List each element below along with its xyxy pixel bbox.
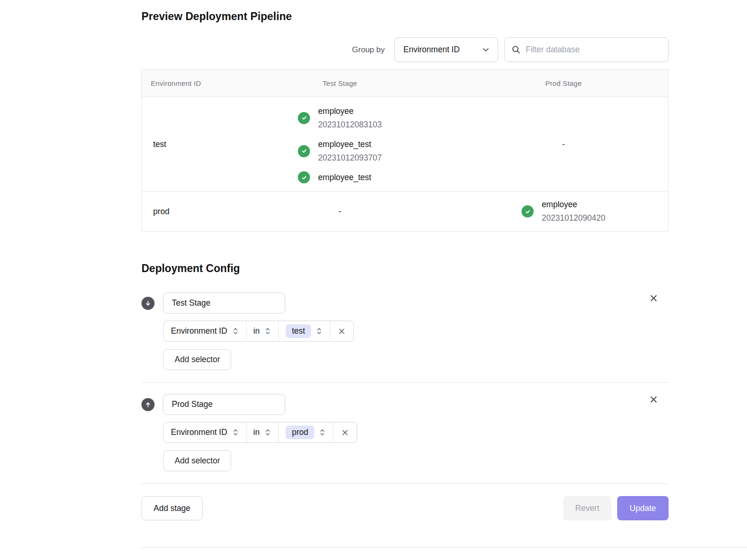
selector-value-pill: test [286, 324, 311, 338]
success-check-icon [521, 205, 534, 217]
selector-operator-value: in [254, 326, 260, 336]
stage-name-input[interactable] [163, 394, 285, 415]
remove-stage-button[interactable] [648, 394, 659, 405]
selector-rule: Environment ID in test [163, 321, 354, 342]
pipeline-table: Environment ID Test Stage Prod Stage tes… [141, 70, 669, 231]
selector-rule: Environment ID in prod [163, 422, 357, 443]
selector-field-value: Environment ID [171, 427, 227, 437]
prod-stage-cell: - [458, 140, 669, 149]
column-header-environment-id: Environment ID [142, 70, 222, 97]
sort-chevrons-icon [319, 428, 326, 437]
add-selector-button[interactable]: Add selector [163, 349, 231, 370]
selector-value-pill: prod [286, 426, 314, 439]
remove-stage-button[interactable] [648, 293, 659, 304]
group-by-label: Group by [352, 45, 385, 55]
table-row: prod - employee 20231012090420 [142, 191, 668, 231]
actions-row: Add stage Revert Update [141, 496, 669, 520]
schema-version: 20231012090420 [542, 211, 605, 225]
prod-stage-cell: employee 20231012090420 [458, 198, 669, 225]
sort-chevrons-icon [316, 327, 323, 336]
group-by-value: Environment ID [403, 45, 460, 55]
selector-value-select[interactable]: test [278, 321, 330, 341]
schema-version: 20231012083103 [318, 118, 381, 132]
revert-button[interactable]: Revert [564, 496, 611, 520]
divider [141, 382, 669, 383]
remove-selector-button[interactable] [330, 321, 353, 341]
group-by-select[interactable]: Environment ID [395, 37, 498, 62]
page: Preview Deployment Pipeline Group by Env… [0, 0, 747, 560]
stage-name-input[interactable] [163, 293, 285, 314]
test-stage-cell: employee 20231012083103 employee_test 20… [222, 105, 458, 184]
selector-operator-select[interactable]: in [246, 321, 279, 341]
deployment-item: employee_test [298, 171, 381, 184]
selector-operator-select[interactable]: in [246, 422, 279, 442]
sort-chevrons-icon [232, 327, 239, 336]
remove-selector-button[interactable] [333, 422, 357, 442]
column-header-prod-stage: Prod Stage [458, 70, 669, 97]
success-check-icon [298, 171, 310, 183]
empty-value: - [338, 207, 341, 217]
test-stage-cell: - [222, 207, 458, 217]
schema-version: 20231012093707 [318, 151, 381, 165]
deployment-item: employee_test 20231012093707 [298, 138, 381, 165]
empty-value: - [562, 140, 565, 149]
page-title: Preview Deployment Pipeline [141, 10, 669, 23]
success-check-icon [298, 112, 310, 124]
filter-database-input[interactable] [526, 45, 662, 55]
database-name: employee [542, 198, 605, 211]
filter-database-box [504, 37, 669, 62]
sort-chevrons-icon [232, 428, 239, 437]
arrow-up-circle-icon [141, 398, 155, 411]
deployment-config-title: Deployment Config [141, 262, 669, 275]
table-row: test employee 20231012083103 [142, 97, 668, 191]
search-icon [511, 45, 521, 55]
footer-divider [141, 547, 747, 548]
database-name: employee [318, 105, 381, 118]
database-name: employee_test [318, 138, 381, 151]
add-stage-button[interactable]: Add stage [141, 496, 203, 520]
divider [141, 483, 669, 484]
success-check-icon [298, 145, 310, 157]
selector-operator-value: in [254, 427, 260, 437]
environment-id-cell: prod [142, 207, 222, 217]
stage-config-prod: Environment ID in prod Add selector [141, 394, 669, 471]
deployment-item: employee 20231012083103 [298, 105, 381, 132]
selector-field-value: Environment ID [171, 326, 227, 336]
environment-id-cell: test [142, 140, 222, 149]
stage-config-test: Environment ID in test Add selector [141, 293, 669, 370]
deployment-item: employee 20231012090420 [521, 198, 605, 225]
chevron-down-icon [482, 46, 490, 54]
table-header: Environment ID Test Stage Prod Stage [142, 70, 668, 97]
selector-field-select[interactable]: Environment ID [164, 321, 246, 341]
selector-value-select[interactable]: prod [278, 422, 333, 442]
column-header-test-stage: Test Stage [222, 70, 458, 97]
sort-chevrons-icon [264, 327, 271, 336]
selector-field-select[interactable]: Environment ID [164, 422, 246, 442]
sort-chevrons-icon [264, 428, 271, 437]
arrow-down-circle-icon [141, 297, 155, 310]
toolbar: Group by Environment ID [141, 37, 669, 62]
add-selector-button[interactable]: Add selector [163, 450, 231, 471]
update-button[interactable]: Update [617, 496, 669, 520]
database-name: employee_test [318, 171, 371, 184]
